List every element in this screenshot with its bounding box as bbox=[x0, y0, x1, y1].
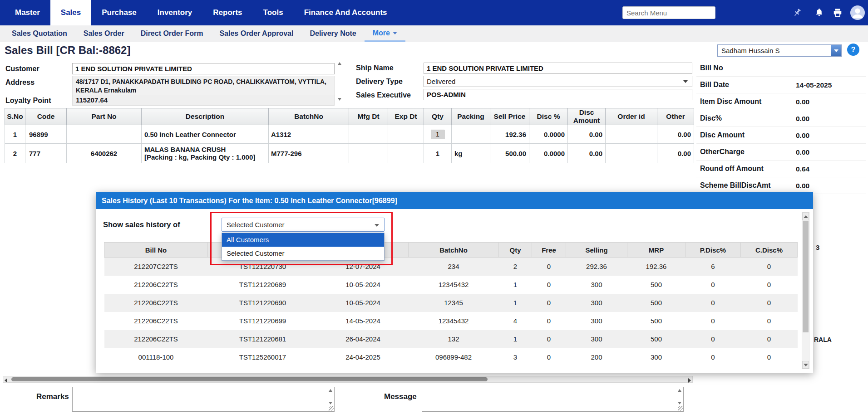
horizontal-scrollbar[interactable] bbox=[3, 376, 693, 383]
history-cell: 300 bbox=[566, 330, 627, 348]
item-cell[interactable]: 0.00 bbox=[568, 144, 606, 163]
subnav-delivery-note[interactable]: Delivery Note bbox=[301, 25, 364, 42]
sales-executive-input[interactable] bbox=[424, 89, 692, 100]
scroll-right-icon[interactable] bbox=[688, 378, 691, 383]
scroll-down-icon[interactable] bbox=[802, 361, 809, 369]
menu-item-reports[interactable]: Reports bbox=[202, 0, 252, 25]
ship-name-input[interactable] bbox=[424, 63, 692, 74]
menu-search-input[interactable] bbox=[622, 6, 715, 19]
history-col-header: Selling bbox=[566, 243, 627, 258]
bill-summary-panel: Bill No Bill Date14-05-2025 Item Disc Am… bbox=[696, 60, 866, 194]
summary-row-disc-pct: Disc%0.00 bbox=[696, 110, 866, 127]
user-avatar[interactable] bbox=[850, 5, 865, 20]
menu-item-tools[interactable]: Tools bbox=[253, 0, 294, 25]
item-cell[interactable] bbox=[349, 125, 388, 144]
address-field[interactable]: 48/1717 D1, PANAKKAPADATH BUILDING PC RO… bbox=[72, 76, 335, 96]
user-select[interactable]: Sadham Hussain S bbox=[717, 44, 842, 57]
scroll-up-icon[interactable] bbox=[678, 389, 681, 392]
item-cell[interactable] bbox=[388, 125, 424, 144]
item-cell[interactable]: 96899 bbox=[25, 125, 67, 144]
summary-value: 0.00 bbox=[796, 182, 809, 190]
item-row: 1 96899 0.50 Inch Leather Connector A131… bbox=[5, 125, 694, 144]
item-cell[interactable]: 0.50 Inch Leather Connector bbox=[142, 125, 269, 144]
history-cell: 0 bbox=[741, 258, 798, 276]
item-cell[interactable]: MALAS BANANA CRUSH [Packing : kg, Packin… bbox=[142, 144, 269, 163]
item-cell[interactable]: 1 bbox=[424, 144, 452, 163]
item-cell[interactable]: 0.00 bbox=[657, 144, 694, 163]
history-filter-label: Show sales history of bbox=[103, 220, 180, 229]
history-cell: 6 bbox=[686, 258, 741, 276]
item-cell[interactable] bbox=[349, 144, 388, 163]
scroll-left-icon[interactable] bbox=[5, 378, 7, 383]
pin-icon[interactable] bbox=[792, 8, 802, 18]
item-cell[interactable]: A1312 bbox=[269, 125, 349, 144]
item-cell[interactable] bbox=[606, 144, 657, 163]
dropdown-option-selected-customer[interactable]: Selected Customer bbox=[222, 247, 384, 260]
scrollbar-thumb[interactable] bbox=[803, 221, 809, 332]
history-cell: 212206C22TS bbox=[104, 312, 208, 330]
modal-vertical-scrollbar[interactable] bbox=[802, 212, 809, 369]
item-cell[interactable]: 192.36 bbox=[490, 125, 529, 144]
chevron-down-icon bbox=[683, 80, 688, 83]
scroll-up-icon[interactable] bbox=[338, 62, 341, 65]
item-cell[interactable]: 500.00 bbox=[490, 144, 529, 163]
item-cell[interactable]: 777 bbox=[25, 144, 67, 163]
summary-value: 0.64 bbox=[796, 165, 809, 173]
scrollbar-thumb[interactable] bbox=[11, 377, 488, 381]
item-cell[interactable]: 2 bbox=[5, 144, 25, 163]
history-cell: 0 bbox=[532, 330, 566, 348]
subnav-direct-order-form[interactable]: Direct Order Form bbox=[133, 25, 212, 42]
menu-item-finance-and-accounts[interactable]: Finance And Accounts bbox=[294, 0, 398, 25]
remarks-field-wrapper bbox=[72, 387, 335, 412]
user-select-dropdown-button[interactable] bbox=[831, 45, 841, 56]
scroll-down-icon[interactable] bbox=[338, 98, 341, 101]
history-cell: 0 bbox=[741, 276, 798, 294]
help-button[interactable]: ? bbox=[847, 44, 859, 56]
subnav-sales-order[interactable]: Sales Order bbox=[75, 25, 133, 42]
menu-item-inventory[interactable]: Inventory bbox=[147, 0, 203, 25]
history-filter-select[interactable]: Selected Customer bbox=[222, 218, 385, 232]
item-cell[interactable] bbox=[606, 125, 657, 144]
subnav-sales-quotation[interactable]: Sales Quotation bbox=[4, 25, 75, 42]
scroll-down-icon[interactable] bbox=[678, 402, 681, 404]
history-cell: 212206C22TS bbox=[104, 276, 208, 294]
col-header-sno: S.No bbox=[5, 108, 25, 125]
subnav-sales-order-approval[interactable]: Sales Order Approval bbox=[211, 25, 301, 42]
delivery-type-select[interactable]: Delivered bbox=[424, 76, 692, 87]
item-cell[interactable]: 0.0000 bbox=[529, 144, 568, 163]
message-textarea[interactable] bbox=[422, 387, 683, 411]
item-cell[interactable]: 0.0000 bbox=[529, 125, 568, 144]
item-cell[interactable] bbox=[388, 144, 424, 163]
item-cell[interactable]: kg bbox=[452, 144, 490, 163]
printer-icon[interactable] bbox=[833, 8, 843, 18]
item-cell[interactable]: M777-296 bbox=[269, 144, 349, 163]
col-header-disc-pct: Disc % bbox=[529, 108, 568, 125]
item-cell[interactable]: 1 bbox=[5, 125, 25, 144]
resize-grip-icon[interactable] bbox=[678, 406, 683, 411]
menu-item-sales[interactable]: Sales bbox=[50, 0, 91, 25]
subnav-more[interactable]: More bbox=[365, 25, 405, 42]
menu-item-master[interactable]: Master bbox=[5, 0, 50, 25]
scroll-up-icon[interactable] bbox=[329, 389, 332, 392]
item-cell[interactable]: 6400262 bbox=[67, 144, 142, 163]
scroll-down-icon[interactable] bbox=[329, 402, 332, 404]
item-cell[interactable] bbox=[67, 125, 142, 144]
summary-row-disc-amount: Disc Amount0.00 bbox=[696, 127, 866, 144]
scroll-up-icon[interactable] bbox=[802, 213, 809, 220]
dropdown-option-all-customers[interactable]: All Customers bbox=[222, 233, 384, 247]
history-cell: 0 bbox=[686, 294, 741, 312]
remarks-textarea[interactable] bbox=[73, 387, 334, 411]
history-cell: TST121220690 bbox=[208, 294, 318, 312]
item-cell[interactable]: 0.00 bbox=[657, 125, 694, 144]
sales-bill-screen: Master Sales Purchase Inventory Reports … bbox=[0, 0, 868, 414]
item-cell[interactable]: 0.00 bbox=[568, 125, 606, 144]
menu-item-purchase[interactable]: Purchase bbox=[91, 0, 147, 25]
resize-grip-icon[interactable] bbox=[329, 406, 334, 411]
module-sub-navigation: Sales Quotation Sales Order Direct Order… bbox=[0, 25, 868, 42]
customer-input[interactable] bbox=[72, 63, 335, 74]
qty-input[interactable] bbox=[431, 130, 444, 139]
bell-icon[interactable] bbox=[814, 8, 824, 17]
history-row: 212206C22TS TST121220690 10-05-2024 1234… bbox=[104, 294, 798, 312]
history-cell: 234 bbox=[409, 258, 499, 276]
item-cell[interactable] bbox=[452, 125, 490, 144]
